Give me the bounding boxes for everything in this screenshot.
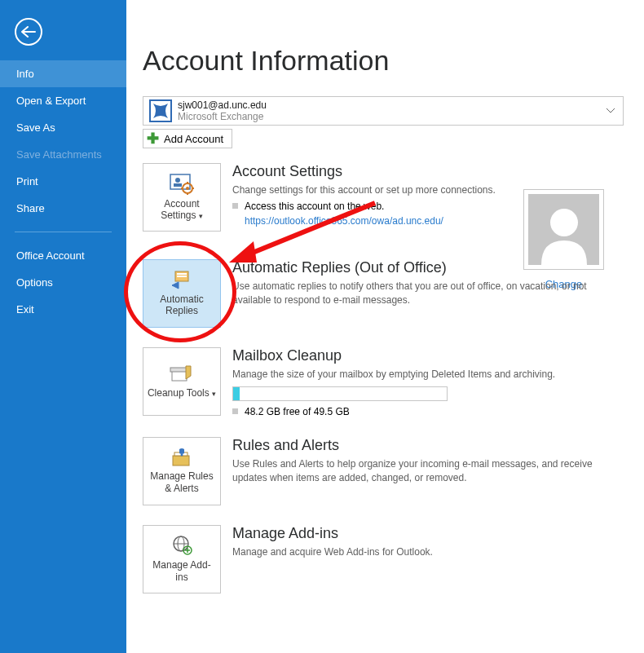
account-lines: sjw001@ad.unc.edu Microsoft Exchange: [178, 99, 267, 123]
mailbox-cleanup-desc: Manage the size of your mailbox by empty…: [232, 368, 624, 382]
addins-icon: [170, 535, 193, 556]
automatic-replies-desc: Use automatic replies to notify others t…: [232, 280, 624, 307]
manage-addins-card-label: Manage Add-ins: [147, 559, 217, 583]
cleanup-tools-icon: [170, 364, 194, 384]
account-settings-button[interactable]: Account Settings ▾: [143, 163, 221, 232]
add-account-button[interactable]: ✚ Add Account: [143, 129, 232, 148]
nav-print[interactable]: Print: [0, 168, 126, 195]
account-settings-icon: [170, 174, 194, 195]
owa-link[interactable]: https://outlook.office365.com/owa/ad.unc…: [245, 215, 443, 227]
nav-office-account[interactable]: Office Account: [0, 242, 126, 269]
avatar-placeholder-icon: [528, 194, 599, 265]
nav-open-export[interactable]: Open & Export: [0, 87, 126, 114]
nav-save-as[interactable]: Save As: [0, 114, 126, 141]
account-settings-card-label: Account Settings ▾: [147, 198, 217, 222]
cleanup-tools-card-label: Cleanup Tools ▾: [148, 387, 216, 399]
svg-rect-13: [177, 276, 187, 277]
exchange-icon: [148, 99, 173, 123]
back-arrow-icon: [21, 26, 36, 38]
avatar-frame: [523, 189, 604, 270]
manage-addins-heading: Manage Add-ins: [232, 525, 624, 542]
page-title: Account Information: [143, 45, 624, 77]
automatic-replies-button[interactable]: Automatic Replies: [143, 259, 221, 328]
rules-alerts-icon: [170, 448, 194, 467]
file-sidebar: Info Open & Export Save As Save Attachme…: [0, 0, 126, 653]
nav-separator: [15, 232, 112, 232]
bullet-icon: [232, 408, 238, 414]
account-email: sjw001@ad.unc.edu: [178, 99, 267, 111]
account-settings-heading: Account Settings: [232, 163, 624, 180]
nav-exit[interactable]: Exit: [0, 296, 126, 323]
nav-share[interactable]: Share: [0, 195, 126, 222]
bullet-icon: [232, 203, 238, 209]
rules-alerts-desc: Use Rules and Alerts to help organize yo…: [232, 457, 624, 485]
storage-text: 48.2 GB free of 49.5 GB: [245, 406, 350, 417]
nav-save-attachments: Save Attachments: [0, 141, 126, 168]
svg-rect-3: [174, 183, 182, 187]
manage-rules-card-label: Manage Rules & Alerts: [147, 470, 217, 494]
account-server: Microsoft Exchange: [178, 111, 267, 122]
nav-options[interactable]: Options: [0, 269, 126, 296]
automatic-replies-icon: [170, 271, 193, 290]
svg-point-10: [550, 209, 578, 236]
automatic-replies-heading: Automatic Replies (Out of Office): [232, 259, 624, 276]
nav-info[interactable]: Info: [0, 60, 126, 87]
svg-point-2: [175, 178, 180, 183]
svg-rect-12: [177, 273, 187, 275]
chevron-down-icon: [607, 108, 615, 113]
back-button[interactable]: [15, 18, 42, 46]
svg-rect-16: [172, 371, 187, 381]
plus-icon: ✚: [147, 133, 159, 144]
storage-bar: [232, 386, 448, 401]
svg-point-5: [186, 187, 189, 190]
web-access-text: Access this account on the web.: [245, 201, 384, 212]
automatic-replies-card-label: Automatic Replies: [147, 293, 217, 317]
manage-addins-button[interactable]: Manage Add-ins: [143, 525, 221, 593]
main-panel: Account Information sjw001@ad.unc.edu Mi…: [126, 0, 644, 653]
manage-addins-desc: Manage and acquire Web Add-ins for Outlo…: [232, 545, 624, 559]
cleanup-tools-button[interactable]: Cleanup Tools ▾: [143, 347, 221, 416]
svg-point-20: [181, 454, 183, 457]
svg-rect-18: [173, 456, 189, 465]
account-dropdown[interactable]: sjw001@ad.unc.edu Microsoft Exchange: [143, 96, 624, 126]
add-account-label: Add Account: [164, 133, 223, 145]
rules-alerts-heading: Rules and Alerts: [232, 437, 624, 454]
manage-rules-button[interactable]: Manage Rules & Alerts: [143, 437, 221, 505]
mailbox-cleanup-heading: Mailbox Cleanup: [232, 347, 624, 364]
